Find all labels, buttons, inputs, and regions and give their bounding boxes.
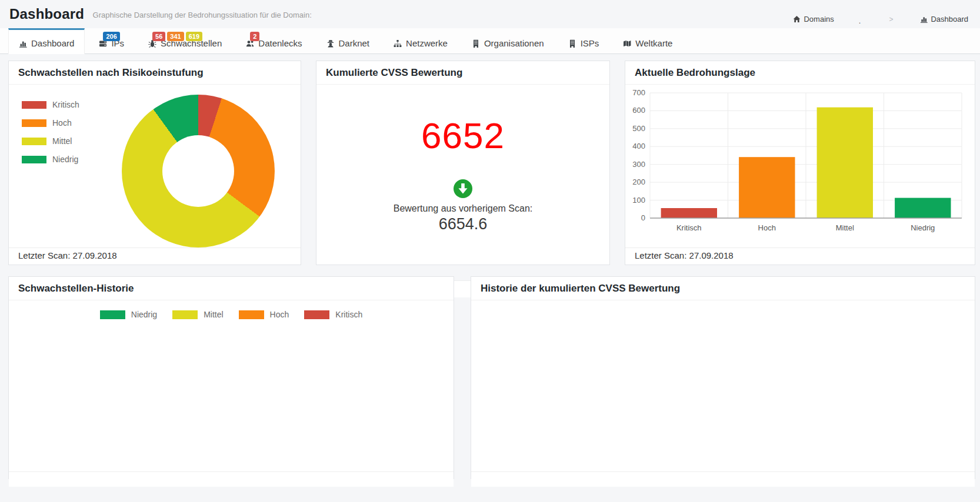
card-header: Aktuelle Bedrohungslage — [625, 61, 975, 85]
card-body: KritischHochMittelNiedrig Letzter Scan: … — [9, 85, 301, 265]
svg-text:500: 500 — [632, 124, 645, 133]
cvss-value: 6652 — [316, 118, 609, 154]
page-subtitle: Graphische Darstellung der Bedrohungssit… — [93, 11, 312, 19]
tab-label: Netzwerke — [406, 39, 448, 48]
legend-item-Kritisch[interactable]: Kritisch — [304, 310, 362, 319]
card-cvss-score: Kumulierte CVSS Bewertung 6652 Bewertung… — [316, 61, 610, 265]
svg-text:100: 100 — [632, 196, 645, 205]
breadcrumb-domains-link[interactable]: Domains — [793, 15, 834, 24]
svg-text:600: 600 — [632, 106, 645, 115]
tab-label: Datenlecks — [258, 39, 302, 48]
cvss-history-area-chart — [471, 320, 975, 464]
card-header: Historie der kumulierten CVSS Bewertung — [471, 277, 975, 300]
tab-bar: Dashboard206IPs56341619Schwachstellen2Da… — [0, 28, 980, 54]
tab-badges: 206 — [103, 32, 119, 41]
legend-item-Hoch[interactable]: Hoch — [239, 310, 289, 319]
previous-scan-label: Bewertung aus vorherigem Scan: — [316, 203, 609, 214]
cvss-history-legend — [471, 309, 975, 320]
count-badge: 2 — [250, 32, 259, 41]
legend-label: Kritisch — [335, 310, 362, 319]
card-title: Schwachstellen nach Risikoeinstufung — [18, 67, 204, 78]
svg-text:Niedrig: Niedrig — [911, 223, 935, 232]
card-cvss-history: Historie der kumulierten CVSS Bewertung — [471, 276, 975, 479]
tab-organisationen[interactable]: Organisationen — [462, 28, 554, 53]
threat-bar-chart: 0100200300400500600700KritischHochMittel… — [625, 85, 975, 250]
legend-item-Niedrig[interactable]: Niedrig — [22, 155, 79, 164]
legend-item-Mittel[interactable]: Mittel — [172, 310, 223, 319]
dashboard-page: Dashboard Graphische Darstellung der Bed… — [0, 0, 980, 502]
legend-item-Kritisch[interactable]: Kritisch — [22, 100, 79, 109]
bar-Mittel — [817, 108, 873, 218]
donut-hole — [162, 135, 234, 207]
legend-label: Mittel — [52, 136, 72, 146]
svg-text:700: 700 — [632, 88, 645, 97]
breadcrumb: Domains . > Dashboard — [793, 13, 968, 25]
page-title: Dashboard — [9, 6, 84, 22]
legend-swatch — [100, 310, 125, 319]
tab-isps[interactable]: ISPs — [558, 28, 609, 53]
home-icon — [793, 15, 801, 23]
breadcrumb-current-label: Dashboard — [931, 15, 968, 24]
legend-item-Niedrig[interactable]: Niedrig — [100, 310, 157, 319]
breadcrumb-separator-icon: > — [889, 15, 893, 24]
card-risk-donut: Schwachstellen nach Risikoeinstufung Kri… — [8, 61, 301, 265]
legend-swatch — [304, 310, 329, 319]
card-body: NiedrigMittelHochKritisch — [9, 309, 454, 487]
card-title: Aktuelle Bedrohungslage — [635, 67, 755, 78]
svg-text:Hoch: Hoch — [758, 223, 776, 232]
bar-Hoch — [739, 157, 795, 218]
legend-label: Hoch — [270, 310, 289, 319]
legend-item-Mittel[interactable]: Mittel — [22, 136, 79, 146]
arrow-down-circle-icon — [453, 179, 473, 199]
breadcrumb-current: Dashboard — [920, 15, 968, 24]
bar-Kritisch — [661, 208, 717, 218]
count-badge: 56 — [152, 32, 165, 41]
legend-label: Hoch — [52, 118, 72, 128]
tab-label: Dashboard — [31, 39, 74, 48]
bar-Niedrig — [895, 198, 951, 218]
card-header: Schwachstellen nach Risikoeinstufung — [9, 61, 301, 85]
svg-text:Mittel: Mittel — [836, 223, 854, 232]
card-vuln-history: Schwachstellen-Historie NiedrigMittelHoc… — [8, 276, 454, 479]
svg-text:300: 300 — [632, 160, 645, 169]
svg-text:200: 200 — [632, 178, 645, 186]
arrow-down-circle-icon — [453, 179, 473, 199]
legend-swatch — [239, 310, 264, 319]
tab-weltkarte[interactable]: Weltkarte — [613, 28, 682, 53]
tab-schwachstellen[interactable]: 56341619Schwachstellen — [138, 28, 232, 53]
building-icon — [472, 39, 480, 48]
content-header: Dashboard Graphische Darstellung der Bed… — [9, 6, 312, 22]
svg-text:400: 400 — [632, 142, 645, 150]
tab-dashboard[interactable]: Dashboard — [8, 28, 85, 54]
card-footer — [471, 471, 975, 487]
tab-darknet[interactable]: Darknet — [316, 28, 380, 53]
tab-badges: 56341619 — [152, 32, 202, 41]
svg-text:Kritisch: Kritisch — [676, 223, 702, 232]
legend-swatch — [22, 101, 46, 109]
risk-donut-chart — [122, 95, 275, 247]
map-icon — [623, 39, 631, 48]
donut-legend: KritischHochMittelNiedrig — [22, 100, 79, 164]
tab-ips[interactable]: 206IPs — [89, 28, 134, 53]
tab-netzwerke[interactable]: Netzwerke — [384, 28, 458, 53]
tab-label: ISPs — [581, 39, 599, 48]
count-badge: 206 — [103, 32, 119, 41]
card-title: Schwachstellen-Historie — [18, 283, 134, 294]
vuln-history-area-chart — [9, 320, 454, 464]
history-legend: NiedrigMittelHochKritisch — [9, 309, 454, 320]
card-body — [471, 309, 975, 487]
legend-swatch — [22, 156, 46, 163]
breadcrumb-root-label: Domains — [804, 15, 834, 24]
svg-text:0: 0 — [641, 213, 645, 222]
count-badge: 341 — [167, 32, 184, 41]
legend-swatch — [22, 119, 46, 127]
legend-label: Niedrig — [131, 310, 157, 319]
bar-chart-icon — [920, 15, 928, 23]
tab-datenlecks[interactable]: 2Datenlecks — [236, 28, 312, 53]
card-body: 0100200300400500600700KritischHochMittel… — [625, 85, 975, 265]
tab-label: Darknet — [339, 39, 370, 48]
legend-item-Hoch[interactable]: Hoch — [22, 118, 79, 128]
card-footer — [9, 471, 454, 487]
spy-icon — [326, 39, 335, 48]
tab-label: Weltkarte — [635, 39, 672, 48]
